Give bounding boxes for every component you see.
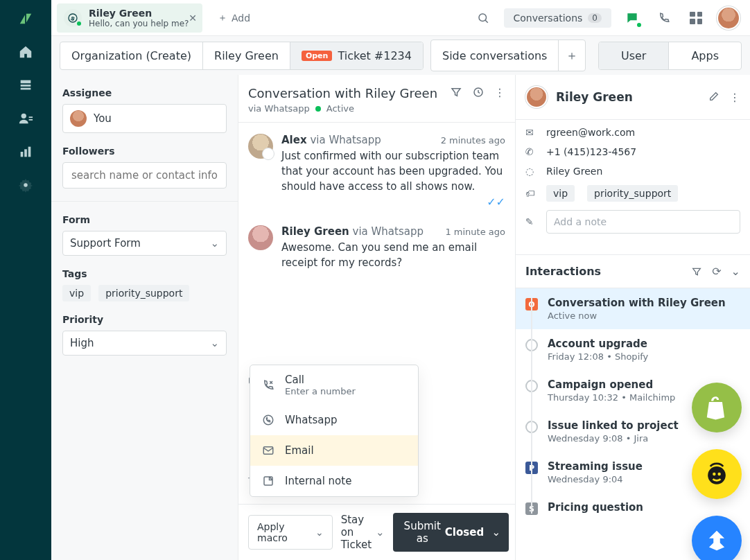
tab-chip-subtitle: Hello, can you help me? <box>89 19 189 28</box>
marker-solved-icon: S <box>525 502 538 515</box>
followers-search[interactable] <box>70 168 219 182</box>
svg-rect-5 <box>29 119 33 121</box>
form-label: Form <box>62 214 227 225</box>
settings-icon[interactable] <box>18 177 33 193</box>
submit-button[interactable]: Submit as Closed⌄ <box>393 513 509 552</box>
customer-phone: +1 (415)123-4567 <box>546 146 636 157</box>
filter-icon[interactable] <box>450 86 462 99</box>
picker-option-email[interactable]: Email <box>250 435 418 466</box>
msg-time: 1 minute ago <box>445 227 505 237</box>
more-icon[interactable]: ⋮ <box>494 86 505 99</box>
phone-icon[interactable] <box>653 7 675 29</box>
svg-rect-1 <box>21 85 31 87</box>
tags-label: Tags <box>62 268 227 279</box>
home-icon[interactable] <box>18 44 33 60</box>
svg-rect-7 <box>24 149 27 157</box>
timeline-dot-icon <box>525 421 538 433</box>
stay-on-ticket-toggle[interactable]: Stay on Ticket⌄ <box>341 514 385 551</box>
interaction-item[interactable]: OConversation with Riley GreenActive now <box>516 288 750 329</box>
followers-input[interactable] <box>62 162 227 189</box>
close-tab-icon[interactable]: ✕ <box>189 12 197 24</box>
msg-author: Alex <box>281 134 307 146</box>
search-icon[interactable] <box>472 7 494 29</box>
msg-time: 2 minutes ago <box>441 135 505 146</box>
edit-icon[interactable] <box>708 91 720 104</box>
status-dot <box>77 21 81 26</box>
picker-option-whatsapp[interactable]: Whatsapp <box>250 405 418 435</box>
email-icon <box>261 444 275 457</box>
conversation-title: Conversation with Riley Green <box>248 86 437 100</box>
filter-icon[interactable] <box>691 266 702 277</box>
tab-person[interactable]: Riley Green <box>203 42 290 69</box>
customer-email: rgreen@work.com <box>546 127 635 138</box>
chevron-down-icon[interactable]: ⌄ <box>731 265 740 278</box>
picker-option-internal-note[interactable]: Internal note <box>250 466 418 496</box>
svg-rect-4 <box>29 116 33 118</box>
tab-chip-title: Riley Green <box>89 8 189 19</box>
whatsapp-icon: ◌ <box>525 166 538 177</box>
add-side-conversation[interactable]: ＋ <box>559 40 585 71</box>
interactions-title: Interactions <box>525 265 601 278</box>
svg-rect-8 <box>28 147 31 157</box>
picker-option-call[interactable]: CallEnter a number <box>250 365 418 405</box>
tag[interactable]: priority_support <box>98 285 189 301</box>
tab-ticket[interactable]: OpenTicket #1234 <box>290 42 423 69</box>
tag[interactable]: vip <box>62 285 91 301</box>
add-note-input[interactable]: Add a note <box>546 210 740 234</box>
avatar <box>248 225 273 250</box>
customer-name: Riley Green <box>556 90 633 104</box>
customer-avatar <box>525 86 548 108</box>
profile-avatar[interactable] <box>717 6 740 30</box>
tab-side-conversations[interactable]: Side conversations <box>431 40 559 71</box>
tag[interactable]: vip <box>546 185 575 202</box>
chevron-down-icon: ⌄ <box>210 237 219 250</box>
add-tab-button[interactable]: ＋Add <box>209 6 259 30</box>
conversation-status: Active <box>326 103 354 114</box>
customers-icon[interactable] <box>18 111 33 126</box>
reporting-icon[interactable] <box>18 144 33 159</box>
divider <box>51 201 238 202</box>
read-receipt-icon: ✓✓ <box>487 195 505 209</box>
svg-point-18 <box>708 466 726 484</box>
tag-icon: 🏷 <box>525 188 538 199</box>
svg-rect-0 <box>21 80 31 84</box>
history-icon[interactable] <box>472 86 485 99</box>
refresh-icon[interactable]: ⟳ <box>712 265 721 278</box>
svg-point-3 <box>21 114 26 119</box>
chat-icon[interactable] <box>621 7 643 29</box>
tab-organization[interactable]: Organization (Create) <box>60 42 203 69</box>
timeline-dot-icon <box>525 339 538 351</box>
svg-point-11 <box>479 14 487 21</box>
msg-via: via Whatsapp <box>310 134 381 146</box>
apps-icon[interactable] <box>685 7 707 29</box>
open-status-badge: Open <box>302 51 333 61</box>
tag[interactable]: priority_support <box>587 185 678 202</box>
mailchimp-bubble-icon[interactable] <box>692 449 742 499</box>
whatsapp-icon <box>261 413 275 427</box>
form-select[interactable]: Support Form⌄ <box>62 231 227 256</box>
views-icon[interactable] <box>18 78 33 93</box>
marker-open-icon: O <box>525 298 538 310</box>
nav-rail <box>0 0 51 560</box>
tab-apps[interactable]: Apps <box>669 42 741 69</box>
active-tab-chip[interactable]: Riley Green Hello, can you help me? ✕ <box>57 3 202 33</box>
tags-container: vip priority_support <box>62 285 227 301</box>
customer-whatsapp: Riley Green <box>546 166 602 177</box>
avatar <box>70 110 87 127</box>
interaction-item[interactable]: Account upgradeFriday 12:08 • Shopify <box>516 329 750 370</box>
more-icon[interactable]: ⋮ <box>729 91 740 104</box>
priority-label: Priority <box>62 314 227 325</box>
followers-label: Followers <box>62 146 227 157</box>
assignee-field[interactable]: You <box>62 104 227 133</box>
apply-macro-select[interactable]: Apply macro⌄ <box>248 515 333 550</box>
svg-point-10 <box>69 14 77 22</box>
svg-rect-6 <box>21 152 24 157</box>
shopify-bubble-icon[interactable] <box>692 383 742 432</box>
brand-logo-icon <box>18 11 33 26</box>
conversations-pill[interactable]: Conversations0 <box>504 8 612 28</box>
tab-user[interactable]: User <box>599 42 669 69</box>
msg-body: Just confirmed with our subscription tea… <box>281 149 505 194</box>
priority-select[interactable]: High⌄ <box>62 331 227 356</box>
channel-picker-menu: CallEnter a number Whatsapp Email Intern… <box>250 365 419 497</box>
jira-bubble-icon[interactable] <box>692 516 742 560</box>
